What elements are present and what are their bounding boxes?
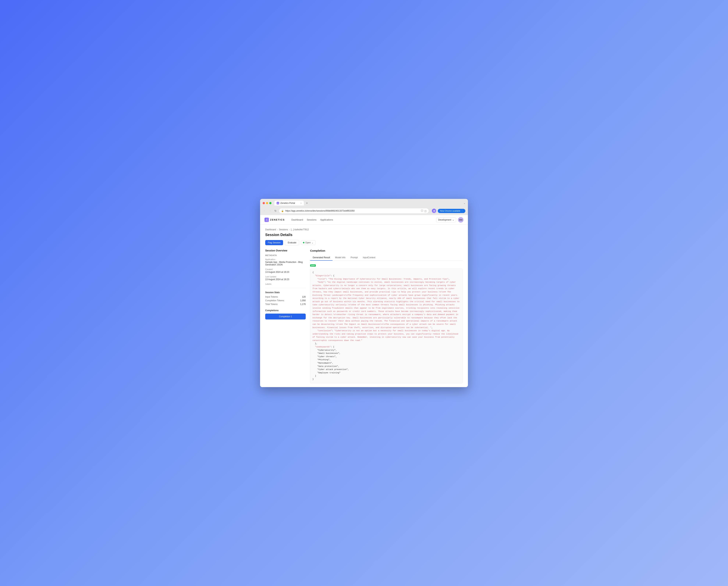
action-bar: Flag Session Evaluate Open ⌄ (265, 240, 463, 245)
environment-selector[interactable]: Development ⌄ (436, 217, 456, 222)
new-tab-button[interactable]: + (305, 201, 309, 206)
tab-model-info[interactable]: Model Info (332, 255, 348, 261)
url-text: https://app.zenetics.io/envs/dev/session… (285, 210, 419, 212)
completion-title: Completion (310, 249, 463, 252)
metadata-last-update: Last Update: 13 August 2024 at 19:23 (265, 275, 306, 281)
breadcrumb-current: [...]-bafed4e77812 (291, 228, 309, 231)
completion-tokens-value: 1,050 (300, 299, 306, 302)
completion-tabs: Generated Result Model Info Prompt Input… (310, 255, 463, 261)
page-title: Session Details (265, 233, 463, 237)
breadcrumb-dashboard[interactable]: Dashboard (265, 228, 276, 231)
nav-link-applications[interactable]: Applications (320, 218, 333, 222)
breadcrumb-sep-2: › (289, 228, 290, 231)
nav-links: Dashboard Sessions Applications (291, 218, 333, 222)
evaluate-button[interactable]: Evaluate (285, 240, 299, 245)
status-badge[interactable]: Open ⌄ (301, 240, 316, 245)
json-key-conclusion: "conclusion" (317, 329, 332, 332)
back-button[interactable]: ← (262, 209, 267, 213)
session-overview: Session Overview Metadata Application: S… (265, 249, 306, 383)
total-tokens-value: 1,170 (300, 303, 306, 305)
nav-link-dashboard[interactable]: Dashboard (291, 218, 303, 222)
page-container: Dashboard › Sessions › [...]-bafed4e7781… (260, 224, 468, 387)
json-key-body: "body" (317, 281, 325, 283)
total-tokens-row: Total Tokens: 1,170 (265, 303, 306, 305)
json-type-badge: json (310, 264, 316, 267)
divider (265, 288, 306, 288)
address-bar-info: ⓘ ◫ (421, 209, 427, 212)
tab-close-button[interactable]: × (301, 202, 302, 204)
browser-titlebar: Z Zenetics Portal × + ⌄ ← → ↻ 🔒 https://… (260, 199, 468, 215)
json-content: { "blogArticle": { "title": "The Rising … (310, 269, 463, 383)
status-chevron-icon: ⌄ (311, 241, 313, 244)
tab-title: Zenetics Portal (280, 202, 295, 205)
lock-icon: 🔒 (281, 210, 284, 212)
tab-favicon: Z (277, 202, 279, 205)
completions-section: Completions Completion 1 (265, 309, 306, 319)
logo-text: ZENETICS (270, 218, 285, 221)
info-icon[interactable]: ⓘ (421, 209, 423, 212)
nav-link-sessions[interactable]: Sessions (307, 218, 317, 222)
completion-tokens-label: Completion Tokens: (265, 299, 284, 302)
json-key-seoKeywords: "seoKeywords" (315, 346, 331, 348)
metadata-label: Metadata (265, 254, 306, 257)
total-tokens-label: Total Tokens: (265, 303, 278, 305)
labels-label: Labels: (265, 283, 306, 285)
completions-title: Completions (265, 309, 306, 312)
breadcrumb: Dashboard › Sessions › [...]-bafed4e7781… (265, 228, 463, 231)
chevron-down-icon: ⌄ (452, 218, 454, 221)
browser-actions: M New Chrome available ⋮ (432, 209, 466, 213)
close-window-button[interactable] (262, 202, 265, 204)
app-content: Z ZENETICS Dashboard Sessions Applicatio… (260, 215, 468, 387)
reload-button[interactable]: ↻ (274, 209, 277, 213)
extension-icon[interactable]: ◫ (424, 210, 427, 212)
stats-section: Session Stats Input Tokens: 120 Completi… (265, 291, 306, 305)
traffic-lights (262, 202, 272, 204)
nav-right: Development ⌄ MM (436, 217, 463, 222)
breadcrumb-sep-1: › (277, 228, 278, 231)
json-close-seoKeywords: ] (315, 375, 316, 377)
chrome-update-label: New Chrome available (440, 210, 460, 212)
env-label: Development (438, 218, 451, 221)
user-avatar-chrome[interactable]: M (432, 209, 436, 213)
tab-generated-result[interactable]: Generated Result (310, 255, 332, 261)
breadcrumb-sessions[interactable]: Sessions (279, 228, 288, 231)
status-label: Open (305, 241, 311, 244)
tab-prompt[interactable]: Prompt (348, 255, 360, 261)
tab-bar: Z Zenetics Portal × + (274, 201, 462, 206)
logo-icon: Z (265, 218, 269, 222)
app-nav: Z ZENETICS Dashboard Sessions Applicatio… (260, 215, 468, 224)
browser-controls: Z Zenetics Portal × + ⌄ (262, 201, 466, 206)
json-key-blogArticle: "blogArticle" (315, 275, 331, 277)
json-open-brace: { (312, 271, 314, 273)
chrome-update-button[interactable]: New Chrome available ⋮ (438, 209, 466, 213)
created-label: Created: (265, 268, 306, 270)
metadata-application: Application: Sample App - Media Producti… (265, 258, 306, 266)
json-key-title: "title" (317, 278, 326, 280)
application-label: Application: (265, 258, 306, 261)
application-value: Sample App - Media Production - Blog Gen… (265, 261, 306, 266)
input-tokens-value: 120 (302, 296, 306, 298)
created-value: 13 August 2024 at 19:23 (265, 271, 306, 273)
json-close-blogArticle: }, (315, 342, 317, 345)
status-dot-icon (303, 242, 304, 243)
maximize-window-button[interactable] (269, 202, 272, 204)
user-avatar-app[interactable]: MM (458, 217, 463, 222)
browser-tab-active[interactable]: Z Zenetics Portal × (274, 201, 304, 206)
last-update-value: 13 August 2024 at 19:23 (265, 278, 306, 281)
forward-button[interactable]: → (268, 209, 272, 213)
completion-panel: Completion Generated Result Model Info P… (310, 249, 463, 383)
session-overview-title: Session Overview (265, 249, 306, 252)
address-bar[interactable]: 🔒 https://app.zenetics.io/envs/dev/sessi… (279, 208, 429, 214)
address-bar-row: ← → ↻ 🔒 https://app.zenetics.io/envs/dev… (262, 207, 466, 215)
tab-input-context[interactable]: InputContext (360, 255, 378, 261)
flag-session-button[interactable]: Flag Session (265, 240, 283, 245)
browser-window: Z Zenetics Portal × + ⌄ ← → ↻ 🔒 https://… (260, 199, 468, 387)
session-stats-title: Session Stats (265, 291, 306, 294)
json-close-root: } (312, 378, 314, 380)
minimize-window-button[interactable] (266, 202, 268, 204)
metadata-section: Metadata Application: Sample App - Media… (265, 254, 306, 285)
metadata-labels: Labels: (265, 283, 306, 285)
app-logo: Z ZENETICS (265, 218, 285, 222)
two-col-layout: Session Overview Metadata Application: S… (265, 249, 463, 383)
completion-1-button[interactable]: Completion 1 (265, 314, 306, 319)
